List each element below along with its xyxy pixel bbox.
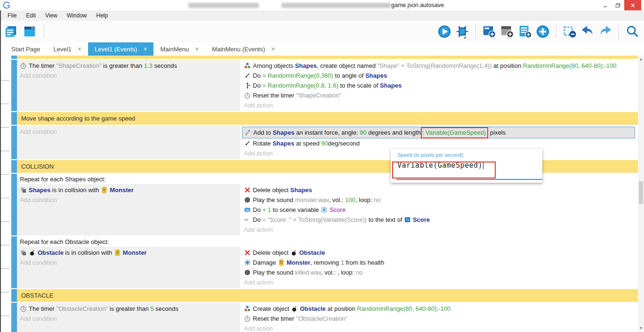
text-segment: at speed bbox=[294, 140, 321, 147]
annotation-box: : Variable(GameSpeed) bbox=[421, 127, 489, 138]
action-line[interactable]: Add to Shapes an instant force, angle: 9… bbox=[242, 127, 635, 138]
text-segment: no bbox=[374, 196, 380, 203]
menu-edit[interactable]: Edit bbox=[21, 10, 40, 21]
action-line[interactable]: Play the sound killed.wav, vol.: , loop:… bbox=[241, 267, 638, 277]
condition-line[interactable]: The timer "ShapeCreation" is greater tha… bbox=[17, 61, 240, 71]
comment-row[interactable]: OBSTACLE bbox=[17, 289, 638, 302]
event-block: Add conditionAdd to Shapes an instant fo… bbox=[11, 126, 638, 159]
redo-icon[interactable] bbox=[598, 24, 612, 39]
tab-mainmenu-events[interactable]: MainMenu (Events)× bbox=[205, 42, 282, 56]
text-segment: to angle of bbox=[333, 72, 365, 79]
action-line[interactable]: Do = RandomInRange(0,360) to angle of Sh… bbox=[241, 71, 638, 81]
scale-icon bbox=[244, 82, 251, 89]
text-segment: 90 bbox=[360, 129, 366, 136]
tab-close-icon[interactable]: × bbox=[78, 45, 81, 53]
scroll-thumb[interactable] bbox=[639, 181, 643, 204]
text-segment: Shapes bbox=[295, 62, 317, 69]
tab-level1-events[interactable]: Level1 (Events)× bbox=[88, 42, 154, 56]
delete-event-icon[interactable] bbox=[563, 24, 577, 39]
text-segment: is greater than bbox=[108, 305, 150, 312]
scroll-down-arrow[interactable]: ▼ bbox=[638, 325, 644, 332]
add-action-link[interactable]: Add action bbox=[241, 277, 638, 287]
action-line[interactable]: Do = RandomInRange(0.8, 1.6) to the scal… bbox=[241, 81, 638, 90]
add-condition-link[interactable]: Add condition bbox=[17, 71, 240, 81]
menu-window[interactable]: Window bbox=[62, 10, 92, 21]
bomb-icon bbox=[290, 249, 298, 256]
comment-row[interactable]: COLLISION bbox=[17, 160, 638, 173]
close-button[interactable] bbox=[624, 0, 641, 10]
action-line[interactable]: Rotate Shapes at speed 90deg/second bbox=[241, 138, 638, 148]
event-left-bar bbox=[11, 289, 17, 302]
timer-icon bbox=[20, 305, 27, 312]
monster-icon bbox=[114, 249, 121, 256]
action-line[interactable]: Reset the timer "ShapeCreation" bbox=[241, 90, 638, 100]
add-subevent-icon[interactable] bbox=[500, 24, 514, 39]
undo-icon[interactable] bbox=[580, 24, 595, 39]
repeat-header[interactable]: Repeat for each Obstacle object: bbox=[17, 236, 638, 247]
action-line[interactable]: Delete object Shapes bbox=[241, 185, 638, 195]
add-action-link[interactable]: Add action bbox=[241, 324, 638, 332]
action-line[interactable]: Play the sound monster.wav, vol.: 100, l… bbox=[241, 195, 638, 205]
action-line[interactable]: Among objects Shapes, create object name… bbox=[241, 61, 623, 71]
play-icon[interactable] bbox=[437, 24, 451, 39]
timer-icon bbox=[244, 315, 251, 322]
text-segment: Score bbox=[330, 206, 346, 213]
text-segment: Shapes bbox=[290, 186, 312, 194]
tab-bar: Start PageLevel1×Level1 (Events)×MainMen… bbox=[0, 42, 644, 56]
event-ruler bbox=[0, 56, 11, 332]
action-line[interactable]: VarDo + 1 to scene variable Score bbox=[241, 205, 638, 215]
add-new-icon[interactable] bbox=[536, 24, 550, 39]
search-icon[interactable] bbox=[625, 24, 639, 39]
add-condition-link[interactable]: Add condition bbox=[17, 127, 240, 137]
svg-text:txt: txt bbox=[244, 218, 249, 222]
bomb-icon bbox=[29, 249, 36, 256]
text-segment: The timer bbox=[29, 305, 56, 312]
project-manager-icon[interactable] bbox=[4, 24, 18, 39]
action-line[interactable]: Damage Monster, removing 1 from its heal… bbox=[241, 258, 638, 267]
event-block: Repeat for each Shapes object:Shapes is … bbox=[11, 174, 638, 235]
add-condition-link[interactable]: Add condition bbox=[17, 314, 240, 324]
repeat-header[interactable]: Repeat for each Shapes object: bbox=[17, 174, 638, 184]
scroll-up-arrow[interactable]: ▲ bbox=[638, 56, 644, 63]
add-comment-icon[interactable] bbox=[518, 24, 532, 39]
tab-mainmenu[interactable]: MainMenu× bbox=[153, 42, 205, 56]
tab-close-icon[interactable]: × bbox=[271, 45, 275, 53]
text-segment: The timer bbox=[29, 62, 56, 69]
action-line[interactable]: txtDo = "Score: " + ToString(Variable(Sc… bbox=[241, 215, 638, 225]
action-line[interactable]: Create object Obstacle at position Rando… bbox=[241, 304, 638, 314]
action-line[interactable]: Reset the timer "ObstacleCreation" bbox=[241, 314, 638, 324]
event-left-bar bbox=[11, 174, 17, 235]
condition-line[interactable]: Shapes is in collision with Monster bbox=[17, 185, 240, 195]
add-condition-link[interactable]: Add condition bbox=[17, 195, 240, 205]
action-line[interactable]: Delete object Obstacle bbox=[241, 248, 638, 258]
comment-row[interactable]: Move shape according to the game speed bbox=[17, 112, 638, 125]
text-segment: RandomInRange(80, 640-80);-100 bbox=[357, 305, 451, 312]
event-left-bar bbox=[11, 236, 17, 288]
input-underline bbox=[396, 179, 542, 180]
parameter-label: Speed (in pixels per second) bbox=[391, 149, 542, 158]
scene-window-icon[interactable] bbox=[23, 24, 37, 39]
condition-line[interactable]: Obstacle is in collision with Monster bbox=[17, 248, 240, 258]
menu-help[interactable]: Help bbox=[92, 10, 113, 21]
add-event-icon[interactable] bbox=[482, 24, 496, 39]
add-action-link[interactable]: Add action bbox=[241, 100, 638, 110]
vertical-scrollbar[interactable]: ▲ ▼ bbox=[638, 56, 644, 332]
tab-close-icon[interactable]: × bbox=[195, 45, 199, 53]
sound-icon bbox=[244, 196, 251, 203]
text-segment: is in collision with bbox=[50, 186, 101, 194]
minimize-button[interactable] bbox=[599, 0, 612, 10]
menu-view[interactable]: View bbox=[40, 10, 62, 21]
add-action-link[interactable]: Add action bbox=[241, 225, 638, 235]
menu-file[interactable]: File bbox=[3, 10, 21, 21]
text-segment: Do bbox=[253, 72, 262, 79]
restore-button[interactable] bbox=[612, 0, 624, 10]
tab-start-page[interactable]: Start Page bbox=[5, 42, 47, 56]
condition-line[interactable]: The timer "ObstacleCreation" is greater … bbox=[17, 304, 240, 314]
debug-icon[interactable] bbox=[455, 24, 469, 39]
tab-close-icon[interactable]: × bbox=[143, 45, 147, 53]
conditions-column: Shapes is in collision with MonsterAdd c… bbox=[17, 184, 240, 235]
comment-row[interactable] bbox=[17, 56, 638, 59]
toolbar bbox=[0, 21, 644, 43]
add-condition-link[interactable]: Add condition bbox=[17, 258, 240, 267]
tab-level1[interactable]: Level1× bbox=[47, 42, 88, 56]
